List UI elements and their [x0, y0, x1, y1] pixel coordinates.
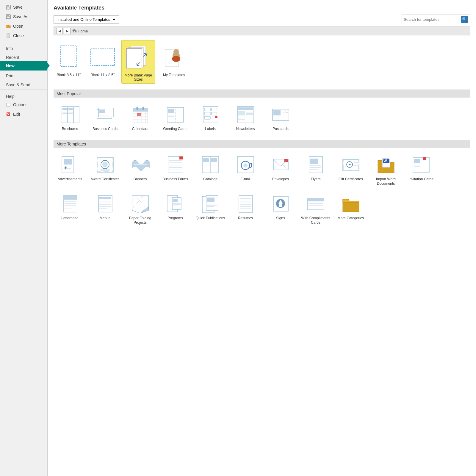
blank-portrait-svg — [58, 44, 79, 70]
sidebar-item-exit[interactable]: Exit — [0, 109, 47, 119]
svg-rect-36 — [133, 108, 148, 112]
more-templates-grid: ✦ Advertisements Award Ce — [54, 152, 470, 228]
blank-portrait-label: Blank 8.5 x 11" — [57, 73, 81, 77]
nav-home-label: Home — [78, 29, 88, 33]
grid-item-with-compliments[interactable]: With Compliments Cards — [299, 191, 332, 228]
svg-rect-48 — [168, 109, 174, 113]
svg-rect-76 — [64, 159, 72, 165]
grid-item-postcards[interactable]: Postcards — [264, 102, 297, 134]
template-dropdown[interactable]: Installed and Online Templates Installed… — [54, 15, 119, 24]
business-cards-icon — [95, 104, 115, 125]
invitation-cards-label: Invitation Cards — [408, 177, 433, 182]
sidebar-item-save-as[interactable]: Save As — [0, 12, 47, 21]
sidebar-item-save-send[interactable]: Save & Send — [0, 79, 47, 88]
grid-item-signs[interactable]: Signs — [264, 191, 297, 228]
grid-item-email[interactable]: E-mail — [229, 152, 262, 189]
page-title: Available Templates — [54, 5, 470, 11]
sidebar-item-save[interactable]: Save — [0, 2, 47, 12]
sidebar-save-as-label: Save As — [13, 14, 28, 19]
grid-item-catalogs[interactable]: Catalogs — [194, 152, 227, 189]
my-templates-svg — [162, 43, 186, 70]
grid-item-labels[interactable]: Labels — [194, 102, 227, 134]
svg-rect-59 — [238, 107, 253, 110]
sidebar-item-new[interactable]: New — [0, 61, 47, 71]
more-blank-svg — [125, 43, 152, 71]
svg-rect-94 — [179, 156, 183, 159]
grid-item-programs[interactable]: Programs — [159, 191, 192, 228]
sidebar-item-info[interactable]: Info — [0, 43, 47, 52]
sidebar-item-print[interactable]: Print — [0, 71, 47, 79]
sidebar-item-open[interactable]: Open — [0, 21, 47, 31]
sidebar-item-help[interactable]: Help — [0, 91, 47, 100]
blank-landscape-icon-box — [89, 42, 116, 72]
sidebar-save-send-label: Save & Send — [6, 82, 30, 87]
sidebar-print-label: Print — [6, 73, 15, 78]
business-cards-label: Business Cards — [93, 127, 118, 131]
top-templates-row: Blank 8.5 x 11" Blank 11 x 8.5" — [54, 40, 470, 84]
template-dropdown-select[interactable]: Installed and Online Templates Installed… — [56, 17, 116, 22]
svg-rect-144 — [106, 197, 111, 199]
grid-item-greeting-cards[interactable]: Greeting Cards — [159, 102, 192, 134]
nav-back-button[interactable]: ◀ — [56, 28, 63, 34]
grid-item-paper-folding[interactable]: Paper Folding Projects — [124, 191, 156, 228]
grid-item-award-certificates[interactable]: Award Certificates — [89, 152, 121, 189]
sidebar-divider-1 — [0, 42, 47, 42]
grid-item-letterhead[interactable]: Letterhead — [54, 191, 86, 228]
svg-point-19 — [173, 49, 179, 54]
grid-item-flyers[interactable]: Flyers — [299, 152, 332, 189]
grid-item-import-word[interactable]: W Import Word Documents — [369, 152, 402, 189]
sidebar-item-close[interactable]: Close — [0, 31, 47, 40]
svg-rect-51 — [203, 107, 218, 123]
grid-item-business-cards[interactable]: Business Cards — [89, 102, 121, 134]
nav-forward-button[interactable]: ▶ — [64, 28, 71, 34]
nav-home[interactable]: Home — [72, 28, 88, 34]
svg-rect-174 — [308, 198, 324, 201]
sidebar-recent-label: Recent — [6, 55, 19, 60]
sidebar: Save Save As Open Close Info Recent New … — [0, 0, 48, 476]
with-compliments-icon — [305, 193, 326, 214]
more-blank-icon-box — [125, 42, 152, 72]
svg-rect-57 — [215, 116, 217, 118]
newsletters-label: Newsletters — [236, 127, 255, 131]
grid-item-brochures[interactable]: Brochures — [54, 102, 86, 134]
grid-item-invitation-cards[interactable]: Invitation Cards — [405, 152, 437, 189]
template-blank-portrait[interactable]: Blank 8.5 x 11" — [54, 40, 84, 84]
svg-rect-5 — [7, 17, 10, 18]
sidebar-item-options[interactable]: Options — [0, 100, 47, 109]
grid-item-quick-publications[interactable]: Quick Publications — [194, 191, 227, 228]
svg-point-83 — [102, 162, 108, 167]
grid-item-calendars[interactable]: Calendars — [124, 102, 156, 134]
grid-item-more-categories[interactable]: More Categories — [334, 191, 367, 228]
search-input[interactable] — [404, 17, 461, 22]
svg-rect-69 — [273, 110, 281, 115]
most-popular-header: Most Popular — [54, 90, 470, 98]
grid-item-advertisements[interactable]: ✦ Advertisements — [54, 152, 86, 189]
grid-item-menus[interactable]: Menus — [89, 191, 121, 228]
grid-item-newsletters[interactable]: Newsletters — [229, 102, 262, 134]
grid-item-envelopes[interactable]: Envelopes — [264, 152, 297, 189]
sidebar-new-label: New — [6, 63, 15, 68]
template-more-blank[interactable]: More Blank Page Sizes — [121, 40, 155, 84]
svg-rect-2 — [7, 7, 10, 9]
envelopes-icon — [270, 154, 291, 175]
grid-item-banners[interactable]: Banners — [124, 152, 156, 189]
signs-icon — [270, 193, 291, 214]
template-my-templates[interactable]: My Templates — [159, 40, 189, 84]
letterhead-label: Letterhead — [61, 216, 78, 221]
svg-rect-4 — [7, 15, 9, 16]
svg-rect-23 — [74, 107, 79, 123]
template-blank-landscape[interactable]: Blank 11 x 8.5" — [87, 40, 118, 84]
most-popular-grid: Brochures Business Cards — [54, 102, 470, 134]
search-button[interactable]: 🔍 — [461, 16, 468, 23]
svg-rect-161 — [239, 195, 253, 212]
calendars-icon — [130, 104, 151, 125]
main-content: Available Templates Installed and Online… — [48, 0, 476, 476]
sidebar-help-label: Help — [6, 94, 15, 99]
svg-rect-25 — [68, 108, 73, 110]
blank-landscape-svg — [89, 46, 116, 68]
grid-item-resumes[interactable]: Resumes — [229, 191, 262, 228]
grid-item-business-forms[interactable]: Business Forms — [159, 152, 192, 189]
grid-item-gift-certificates[interactable]: ✦ Gift Certificates — [334, 152, 367, 189]
svg-rect-126 — [414, 159, 420, 163]
sidebar-item-recent[interactable]: Recent — [0, 52, 47, 61]
